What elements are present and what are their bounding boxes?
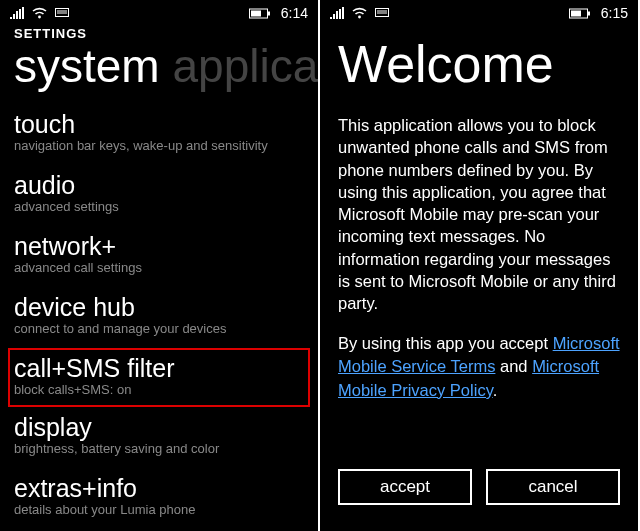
setting-network-plus[interactable]: network+ advanced call settings [14, 226, 304, 287]
cancel-button[interactable]: cancel [486, 469, 620, 505]
setting-subtitle: navigation bar keys, wake-up and sensiti… [14, 138, 304, 154]
terms-and: and [495, 357, 532, 375]
settings-list: touch navigation bar keys, wake-up and s… [0, 104, 318, 529]
setting-title: audio [14, 171, 304, 200]
setting-subtitle: advanced call settings [14, 260, 304, 276]
setting-title: display [14, 413, 304, 442]
svg-rect-8 [588, 11, 590, 15]
page-title: Welcome [320, 24, 638, 114]
setting-audio[interactable]: audio advanced settings [14, 165, 304, 226]
pivot-header[interactable]: system applicati [0, 41, 318, 104]
svg-rect-4 [251, 10, 261, 16]
pivot-active[interactable]: system [14, 41, 160, 92]
status-bar: 6:15 [320, 0, 638, 24]
setting-title: device hub [14, 293, 304, 322]
settings-screen: 6:14 SETTINGS system applicati touch nav… [0, 0, 318, 531]
terms-period: . [493, 381, 498, 399]
setting-subtitle: details about your Lumia phone [14, 502, 304, 518]
setting-extras-info[interactable]: extras+info details about your Lumia pho… [14, 468, 304, 529]
setting-display[interactable]: display brightness, battery saving and c… [14, 407, 304, 468]
message-icon [375, 8, 389, 19]
welcome-body-text: This application allows you to block unw… [320, 114, 638, 314]
battery-icon [249, 8, 271, 19]
wifi-icon [32, 7, 47, 19]
svg-point-5 [358, 16, 361, 19]
setting-subtitle: block calls+SMS: on [14, 382, 304, 398]
svg-rect-3 [268, 11, 270, 15]
accept-button[interactable]: accept [338, 469, 472, 505]
setting-device-hub[interactable]: device hub connect to and manage your de… [14, 287, 304, 348]
message-icon [55, 8, 69, 19]
status-bar: 6:14 [0, 0, 318, 24]
signal-icon [10, 7, 24, 19]
terms-prefix: By using this app you accept [338, 334, 553, 352]
pivot-inactive[interactable]: applicati [160, 41, 318, 92]
page-header-small: SETTINGS [0, 24, 318, 41]
setting-subtitle: connect to and manage your devices [14, 321, 304, 337]
battery-icon [569, 8, 591, 19]
clock: 6:15 [601, 5, 628, 21]
setting-subtitle: brightness, battery saving and color [14, 441, 304, 457]
setting-title: touch [14, 110, 304, 139]
setting-subtitle: advanced settings [14, 199, 304, 215]
setting-title: extras+info [14, 474, 304, 503]
svg-rect-9 [571, 10, 581, 16]
setting-title: call+SMS filter [14, 354, 304, 383]
setting-touch[interactable]: touch navigation bar keys, wake-up and s… [14, 104, 304, 165]
setting-title: network+ [14, 232, 304, 261]
setting-call-sms-filter[interactable]: call+SMS filter block calls+SMS: on [8, 348, 310, 407]
wifi-icon [352, 7, 367, 19]
welcome-terms-text: By using this app you accept Microsoft M… [320, 314, 638, 401]
button-row: accept cancel [338, 469, 620, 505]
welcome-screen: 6:15 Welcome This application allows you… [320, 0, 638, 531]
clock: 6:14 [281, 5, 308, 21]
svg-point-0 [38, 16, 41, 19]
signal-icon [330, 7, 344, 19]
